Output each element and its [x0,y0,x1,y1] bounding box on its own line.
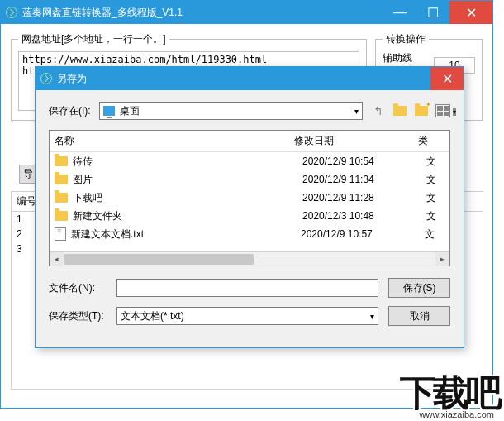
file-date: 2020/12/9 10:57 [301,228,425,240]
dialog-title: 另存为 [57,72,430,86]
main-title: 蓝奏网盘直链转换器_多线程版_V1.1 [22,6,383,20]
file-row[interactable]: 下载吧2020/12/9 11:28文 [50,189,449,207]
back-icon[interactable]: ↰ [371,103,386,118]
save-button[interactable]: 保存(S) [388,278,450,298]
filename-input[interactable] [116,279,378,297]
file-date: 2020/12/9 10:54 [302,155,426,167]
file-row[interactable]: 图片2020/12/9 11:34文 [50,170,449,189]
save-in-label: 保存在(I): [49,104,91,118]
save-in-select[interactable]: 桌面 ▾ [99,102,363,120]
file-name: 下载吧 [73,191,302,205]
chevron-down-icon: ▾ [370,312,374,321]
file-name: 新建文本文档.txt [71,227,301,242]
view-mode-icon[interactable]: ▾ [435,103,450,118]
save-in-value: 桌面 [120,104,140,118]
file-date: 2020/12/9 11:34 [302,174,426,185]
folder-icon [55,193,68,203]
maximize-button[interactable]: ☐ [416,1,449,24]
folder-icon [55,156,68,166]
file-list: 名称 修改日期 类 待传2020/12/9 10:54文图片2020/12/9 … [49,130,450,266]
file-type: 文 [426,173,445,187]
file-name: 图片 [73,173,302,187]
file-type: 文 [426,155,445,169]
file-col-date[interactable]: 修改日期 [289,131,413,151]
file-date: 2020/12/3 10:48 [302,210,426,222]
file-type: 文 [426,191,445,205]
filename-label: 文件名(N): [49,281,107,295]
filetype-value: 文本文档(*.txt) [121,309,184,323]
file-row[interactable]: 待传2020/12/9 10:54文 [50,152,449,170]
filetype-label: 保存类型(T): [49,309,107,323]
filetype-select[interactable]: 文本文档(*.txt) ▾ [116,307,378,325]
convert-group-label: 转换操作 [383,32,429,46]
file-col-type[interactable]: 类 [413,131,449,151]
up-folder-icon[interactable] [392,103,407,118]
file-type: 文 [426,209,445,223]
app-icon [6,7,17,18]
horizontal-scrollbar[interactable]: ◂ ▸ [50,251,449,266]
file-name: 待传 [73,155,302,169]
file-type: 文 [425,227,445,242]
file-icon [55,227,66,241]
new-folder-icon[interactable] [414,103,429,118]
cancel-button[interactable]: 取消 [388,306,450,326]
minimize-button[interactable]: — [383,1,416,24]
scroll-thumb[interactable] [64,254,254,265]
scroll-left-button[interactable]: ◂ [50,252,64,266]
watermark-url: www.xiazaiba.com [418,409,496,419]
file-col-name[interactable]: 名称 [50,131,289,151]
close-button[interactable]: ✕ [449,1,492,24]
save-as-dialog: 另存为 ✕ 保存在(I): 桌面 ▾ ↰ ▾ 名称 [35,66,464,348]
folder-icon [55,175,68,184]
file-date: 2020/12/9 11:28 [302,192,426,203]
chevron-down-icon: ▾ [354,107,359,116]
url-group-label: 网盘地址[多个地址，一行一个。] [18,32,169,46]
dialog-titlebar: 另存为 ✕ [36,67,464,90]
scroll-right-button[interactable]: ▸ [435,252,449,266]
folder-icon [55,211,68,221]
dialog-close-button[interactable]: ✕ [430,67,464,90]
file-row[interactable]: 新建文本文档.txt2020/12/9 10:57文 [50,225,449,243]
dialog-icon [40,73,52,84]
desktop-icon [103,106,115,116]
file-row[interactable]: 新建文件夹2020/12/3 10:48文 [50,207,449,225]
main-titlebar: 蓝奏网盘直链转换器_多线程版_V1.1 — ☐ ✕ [1,1,492,24]
file-name: 新建文件夹 [73,209,302,223]
